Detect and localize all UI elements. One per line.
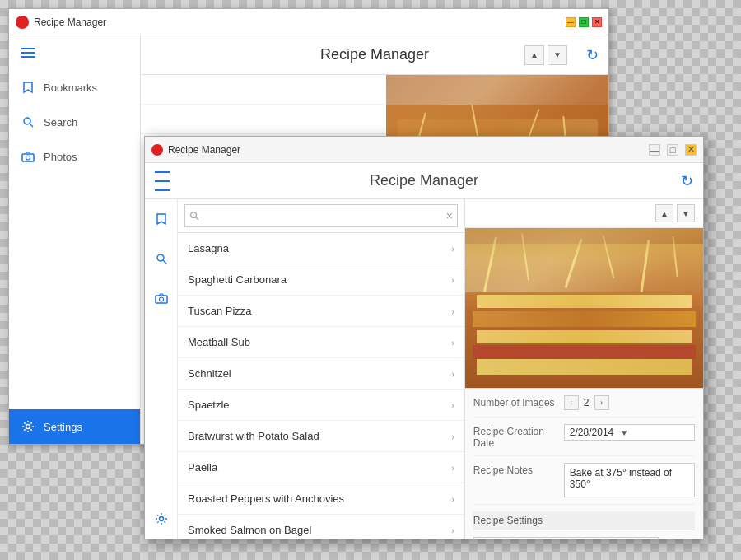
sidebar-search-label: Search xyxy=(44,116,77,128)
front-prev-btn[interactable]: ▲ xyxy=(655,204,673,222)
search-bar-icon xyxy=(189,211,199,221)
front-search-icon[interactable] xyxy=(148,245,175,272)
front-main-toolbar: Recipe Manager ↻ xyxy=(145,163,703,199)
front-camera-icon[interactable] xyxy=(148,285,175,311)
svg-point-8 xyxy=(159,297,163,301)
svg-rect-2 xyxy=(22,154,34,161)
front-app-icon xyxy=(151,144,163,156)
front-main-title: Recipe Manager xyxy=(370,172,478,189)
front-close-btn[interactable]: ✕ xyxy=(685,144,697,156)
settings-icon xyxy=(21,419,35,434)
hamburger-line-c xyxy=(155,189,170,191)
bookmark-icon xyxy=(21,80,35,95)
creation-date-picker[interactable]: 2/28/2014 ▼ xyxy=(564,424,695,441)
recipe-list: Lasagna › Spaghetti Carbonara › Tuscan P… xyxy=(178,233,464,539)
hamburger-line-2 xyxy=(21,52,35,54)
svg-line-6 xyxy=(163,260,166,264)
front-settings-icon[interactable] xyxy=(148,506,175,532)
recipe-item-smoked-salmon[interactable]: Smoked Salmon on Bagel › xyxy=(178,515,464,539)
recipe-item-spaghetti[interactable]: Spaghetti Carbonara › xyxy=(178,264,464,296)
svg-point-0 xyxy=(24,118,30,124)
front-maximize-btn[interactable]: □ xyxy=(667,144,678,156)
front-content: × Lasagna › Spaghetti Carbonara › xyxy=(145,199,703,539)
recipe-settings-header: Recipe Settings xyxy=(473,511,695,530)
sidebar-item-photos[interactable]: Photos xyxy=(9,139,140,174)
recipe-item-tuscan-pizza[interactable]: Tuscan Pizza › xyxy=(178,296,464,327)
sidebar-photos-label: Photos xyxy=(44,151,77,163)
front-title-bar: Recipe Manager — □ ✕ xyxy=(145,137,703,163)
front-window-title: Recipe Manager xyxy=(168,144,240,156)
front-left-panel: × Lasagna › Spaghetti Carbonara › xyxy=(145,199,465,539)
sidebar-item-bookmarks[interactable]: Bookmarks xyxy=(9,70,140,105)
recipe-item-meatball-sub[interactable]: Meatball Sub › xyxy=(178,327,464,358)
back-close-btn[interactable]: ✕ xyxy=(592,17,602,27)
recipe-item-paella[interactable]: Paella › xyxy=(178,452,464,483)
recipe-details: Number of Images ‹ 2 › Recipe Creation D… xyxy=(465,389,703,539)
search-input[interactable] xyxy=(184,204,458,227)
sidebar-settings-label: Settings xyxy=(44,421,82,433)
recipe-settings-label: Recipe Settings xyxy=(473,515,543,526)
date-caret-icon: ▼ xyxy=(620,428,628,437)
back-toolbar: Recipe Manager ▲ ▼ ↻ xyxy=(141,35,608,75)
back-window-title: Recipe Manager xyxy=(34,16,106,28)
sync-row: Sync Recipe Changes Globally xyxy=(473,537,695,539)
svg-line-1 xyxy=(30,124,33,127)
svg-point-4 xyxy=(26,425,30,429)
back-refresh-icon[interactable]: ↻ xyxy=(586,46,599,64)
front-search-bar: × xyxy=(178,199,464,233)
front-window: Recipe Manager — □ ✕ Recipe Manager ↻ xyxy=(144,136,704,539)
recipe-notes-label: Recipe Notes xyxy=(473,463,564,476)
img-count: 2 xyxy=(584,397,590,408)
svg-point-3 xyxy=(26,156,30,160)
hamburger-line-a xyxy=(155,171,170,173)
sidebar-item-settings[interactable]: Settings xyxy=(9,409,140,444)
search-icon xyxy=(21,114,35,129)
front-bookmark-icon[interactable] xyxy=(148,206,175,232)
sidebar-item-search[interactable]: Search xyxy=(9,105,140,139)
back-prev-btn[interactable]: ▲ xyxy=(524,45,544,65)
back-next-btn[interactable]: ▼ xyxy=(548,45,567,65)
back-maximize-btn[interactable]: □ xyxy=(579,17,589,27)
hamburger-line-3 xyxy=(21,56,35,58)
front-right-panel: ▲ ▼ xyxy=(465,199,703,539)
num-images-value: ‹ 2 › xyxy=(564,395,695,410)
creation-date-row: Recipe Creation Date 2/28/2014 ▼ xyxy=(473,424,695,456)
num-images-label: Number of Images xyxy=(473,395,564,408)
back-nav-arrows: ▲ ▼ xyxy=(524,45,567,65)
front-minimize-btn[interactable]: — xyxy=(649,144,660,156)
svg-rect-7 xyxy=(156,296,167,303)
sidebar-bookmarks-label: Bookmarks xyxy=(44,82,97,94)
img-prev-btn[interactable]: ‹ xyxy=(564,395,579,410)
front-hamburger-btn[interactable] xyxy=(155,169,170,194)
recipe-item-spaetzle[interactable]: Spaetzle › xyxy=(178,390,464,421)
creation-date-value: 2/28/2014 xyxy=(570,427,613,438)
front-refresh-btn[interactable]: ↻ xyxy=(681,172,693,190)
back-minimize-btn[interactable]: — xyxy=(566,17,576,27)
front-sidebar xyxy=(145,199,178,539)
recipe-notes-row: Recipe Notes Bake at 375° instead of 350… xyxy=(473,463,695,505)
search-clear-btn[interactable]: × xyxy=(446,209,453,222)
svg-point-10 xyxy=(191,212,197,218)
recipe-item-roasted-peppers[interactable]: Roasted Peppers with Anchovies › xyxy=(178,483,464,515)
camera-icon xyxy=(21,149,35,164)
back-app-icon xyxy=(16,16,29,29)
svg-point-5 xyxy=(157,254,164,261)
sync-label: Sync Recipe Changes Globally xyxy=(473,537,659,539)
back-win-controls: — □ ✕ xyxy=(566,17,602,27)
recipe-item-bratwurst[interactable]: Bratwurst with Potato Salad › xyxy=(178,421,464,452)
back-main-title: Recipe Manager xyxy=(320,46,429,63)
front-recipe-panel: × Lasagna › Spaghetti Carbonara › xyxy=(178,199,464,539)
front-win-controls: — □ ✕ xyxy=(649,144,697,156)
recipe-notes-value[interactable]: Bake at 375° instead of 350° xyxy=(564,463,695,497)
back-hamburger-btn[interactable] xyxy=(9,35,140,70)
front-next-btn[interactable]: ▼ xyxy=(677,204,695,222)
svg-line-11 xyxy=(196,217,198,220)
recipe-item-lasagna[interactable]: Lasagna › xyxy=(178,233,464,264)
creation-date-label: Recipe Creation Date xyxy=(473,424,564,449)
hamburger-line-1 xyxy=(21,48,35,49)
num-images-row: Number of Images ‹ 2 › xyxy=(473,395,695,418)
svg-point-9 xyxy=(159,517,163,521)
back-sidebar: Bookmarks Search Photos Settings xyxy=(9,35,141,444)
recipe-item-schnitzel[interactable]: Schnitzel › xyxy=(178,358,464,390)
img-next-btn[interactable]: › xyxy=(594,395,609,410)
